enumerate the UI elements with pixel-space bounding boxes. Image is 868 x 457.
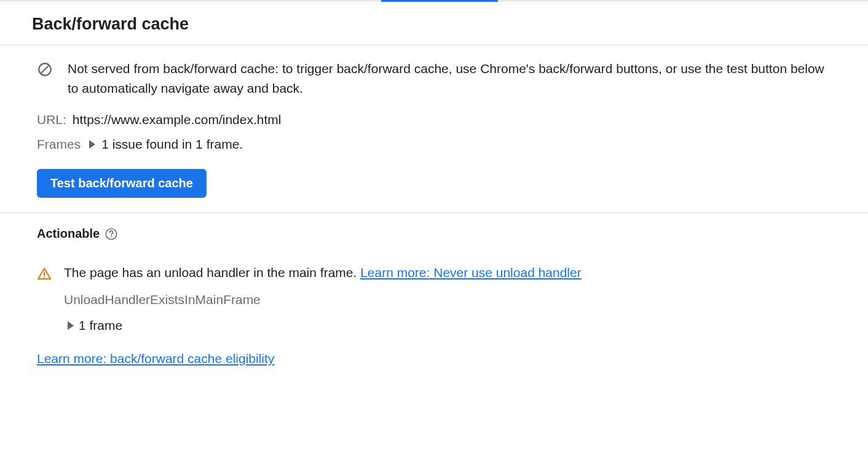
actionable-section: Actionable The page has an unload handle… <box>0 213 868 378</box>
main-info-section: Not served from back/forward cache: to t… <box>0 45 868 213</box>
frames-row[interactable]: Frames 1 issue found in 1 frame. <box>37 137 836 152</box>
expand-right-icon <box>89 140 95 149</box>
url-row: URL: https://www.example.com/index.html <box>37 112 836 127</box>
help-icon[interactable] <box>105 227 118 241</box>
frame-expand-row[interactable]: 1 frame <box>64 318 831 333</box>
issue-description: The page has an unload handler in the ma… <box>64 265 360 279</box>
actionable-heading-text: Actionable <box>37 227 100 241</box>
active-tab-indicator <box>381 0 498 2</box>
status-message: Not served from back/forward cache: to t… <box>68 59 836 98</box>
panel-header: Back/forward cache <box>0 1 868 45</box>
blocked-icon <box>37 61 53 77</box>
issue-row: The page has an unload handler in the ma… <box>37 265 831 281</box>
actionable-heading: Actionable <box>37 227 831 241</box>
expand-right-icon <box>68 321 74 330</box>
status-info-row: Not served from back/forward cache: to t… <box>37 59 836 98</box>
frame-count-text: 1 frame <box>79 318 122 333</box>
frames-label: Frames <box>37 137 81 152</box>
frames-summary: 1 issue found in 1 frame. <box>101 137 243 152</box>
panel-title: Back/forward cache <box>32 15 836 34</box>
issue-detail-block: UnloadHandlerExistsInMainFrame 1 frame <box>64 292 831 333</box>
issue-text-container: The page has an unload handler in the ma… <box>64 265 582 280</box>
issue-learn-more-link[interactable]: Learn more: Never use unload handler <box>360 265 582 279</box>
issue-code: UnloadHandlerExistsInMainFrame <box>64 292 831 307</box>
eligibility-learn-more-link[interactable]: Learn more: back/forward cache eligibili… <box>37 351 274 365</box>
top-tab-divider <box>0 0 868 1</box>
svg-line-1 <box>41 66 49 74</box>
url-label: URL: <box>37 112 66 127</box>
svg-point-5 <box>44 276 45 278</box>
test-bfcache-button[interactable]: Test back/forward cache <box>37 169 207 198</box>
svg-point-3 <box>111 236 112 237</box>
warning-icon <box>37 267 52 281</box>
url-value: https://www.example.com/index.html <box>73 112 282 127</box>
